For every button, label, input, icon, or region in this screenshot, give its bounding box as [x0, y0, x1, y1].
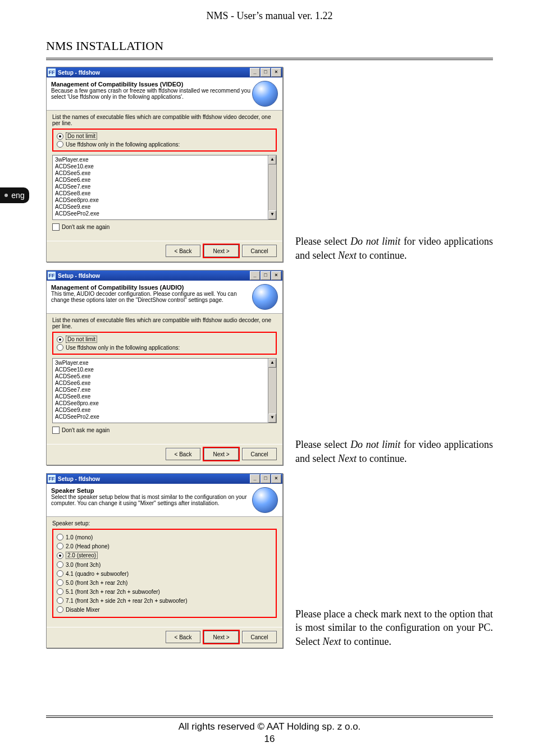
globe-icon: [252, 284, 278, 310]
copyright: All rights reserved © AAT Holding sp. z …: [0, 721, 539, 732]
dialog-heading: Speaker Setup: [51, 487, 94, 494]
close-button[interactable]: ×: [271, 474, 281, 483]
dialog-audio: FF Setup - ffdshow _ □ × Management of C…: [46, 270, 283, 465]
scroll-up-icon[interactable]: ▲: [268, 359, 276, 368]
caption-speaker: Please place a check mark next to the op…: [295, 607, 493, 648]
back-button[interactable]: < Back: [166, 448, 200, 460]
dialog-subtext: This time, AUDIO decoder configuration. …: [51, 291, 237, 303]
maximize-button[interactable]: □: [261, 474, 271, 483]
globe-icon: [252, 487, 278, 513]
radio-mono[interactable]: 1.0 (mono): [57, 534, 272, 540]
next-button[interactable]: Next >: [204, 245, 239, 257]
scroll-up-icon[interactable]: ▲: [268, 155, 276, 164]
radio-use-only[interactable]: Use ffdshow only in the following applic…: [57, 141, 272, 148]
window-title: Setup - ffdshow: [58, 70, 250, 76]
back-button[interactable]: < Back: [166, 631, 200, 643]
radio-do-not-limit[interactable]: Do not limit: [57, 132, 272, 140]
next-button[interactable]: Next >: [204, 448, 239, 460]
radio-7-1[interactable]: 7.1 (front 3ch + side 2ch + rear 2ch + s…: [57, 597, 272, 604]
cancel-button[interactable]: Cancel: [242, 245, 277, 257]
cancel-button[interactable]: Cancel: [242, 448, 277, 460]
dialog-heading: Management of Compatibility Issues (VIDE…: [51, 81, 183, 88]
radio-do-not-limit[interactable]: Do not limit: [57, 336, 272, 343]
radio-headphone[interactable]: 2.0 (Head phone): [57, 543, 272, 549]
window-title: Setup - ffdshow: [58, 273, 250, 279]
radio-4-1[interactable]: 4.1 (quadro + subwoofer): [57, 570, 272, 577]
caption-video: Please select Do not limit for video app…: [295, 235, 493, 262]
scroll-down-icon[interactable]: ▼: [268, 414, 276, 423]
app-icon: FF: [48, 68, 56, 76]
app-listbox[interactable]: 3wPlayer.exeACDSee10.exeACDSee5.exeACDSe…: [52, 358, 277, 423]
radio-use-only[interactable]: Use ffdshow only in the following applic…: [57, 344, 272, 351]
radio-disable-mixer[interactable]: Disable Mixer: [57, 606, 272, 613]
close-button[interactable]: ×: [271, 271, 281, 280]
radio-stereo[interactable]: 2.0 (stereo): [57, 552, 272, 559]
list-intro: List the names of executable files which…: [52, 317, 277, 329]
window-title: Setup - ffdshow: [58, 476, 250, 482]
app-listbox[interactable]: 3wPlayer.exeACDSee10.exeACDSee5.exeACDSe…: [52, 155, 277, 220]
radio-3-0[interactable]: 3.0 (front 3ch): [57, 561, 272, 568]
speaker-label: Speaker setup:: [52, 520, 277, 526]
dialog-video: FF Setup - ffdshow _ □ × Management of C…: [46, 67, 283, 262]
radio-5-0[interactable]: 5.0 (front 3ch + rear 2ch): [57, 579, 272, 586]
page-number: 16: [0, 734, 539, 745]
app-icon: FF: [48, 475, 56, 483]
dialog-heading: Management of Compatibility Issues (AUDI…: [51, 284, 184, 291]
dont-ask-checkbox[interactable]: Don't ask me again: [52, 223, 277, 231]
dont-ask-checkbox[interactable]: Don't ask me again: [52, 427, 277, 434]
minimize-button[interactable]: _: [250, 68, 260, 77]
next-button[interactable]: Next >: [204, 631, 239, 643]
app-icon: FF: [48, 272, 56, 280]
highlighted-options: Do not limit Use ffdshow only in the fol…: [52, 332, 277, 355]
scrollbar[interactable]: ▲▼: [268, 155, 276, 219]
caption-audio: Please select Do not limit for video app…: [295, 438, 493, 465]
highlighted-speaker-options: 1.0 (mono) 2.0 (Head phone) 2.0 (stereo)…: [52, 529, 277, 618]
scrollbar[interactable]: ▲▼: [268, 359, 276, 423]
language-tab: eng: [0, 187, 29, 203]
scroll-down-icon[interactable]: ▼: [268, 210, 276, 219]
close-button[interactable]: ×: [271, 68, 281, 77]
highlighted-options: Do not limit Use ffdshow only in the fol…: [52, 129, 277, 152]
dialog-speaker: FF Setup - ffdshow _ □ × Speaker Setup S…: [46, 473, 283, 648]
document-header: NMS - User’s manual ver. 1.22: [0, 0, 539, 22]
dialog-subtext: Select the speaker setup below that is m…: [51, 494, 247, 506]
cancel-button[interactable]: Cancel: [242, 631, 277, 643]
radio-5-1[interactable]: 5.1 (front 3ch + rear 2ch + subwoofer): [57, 588, 272, 595]
minimize-button[interactable]: _: [250, 271, 260, 280]
back-button[interactable]: < Back: [166, 245, 200, 257]
dialog-subtext: Because a few games crash or freeze with…: [51, 88, 250, 100]
bottom-divider: [46, 716, 493, 718]
maximize-button[interactable]: □: [261, 68, 271, 77]
top-divider: [46, 58, 493, 60]
minimize-button[interactable]: _: [250, 474, 260, 483]
maximize-button[interactable]: □: [261, 271, 271, 280]
list-intro: List the names of executable files which…: [52, 114, 277, 126]
globe-icon: [252, 81, 278, 107]
section-title: NMS INSTALLATION: [46, 39, 539, 53]
